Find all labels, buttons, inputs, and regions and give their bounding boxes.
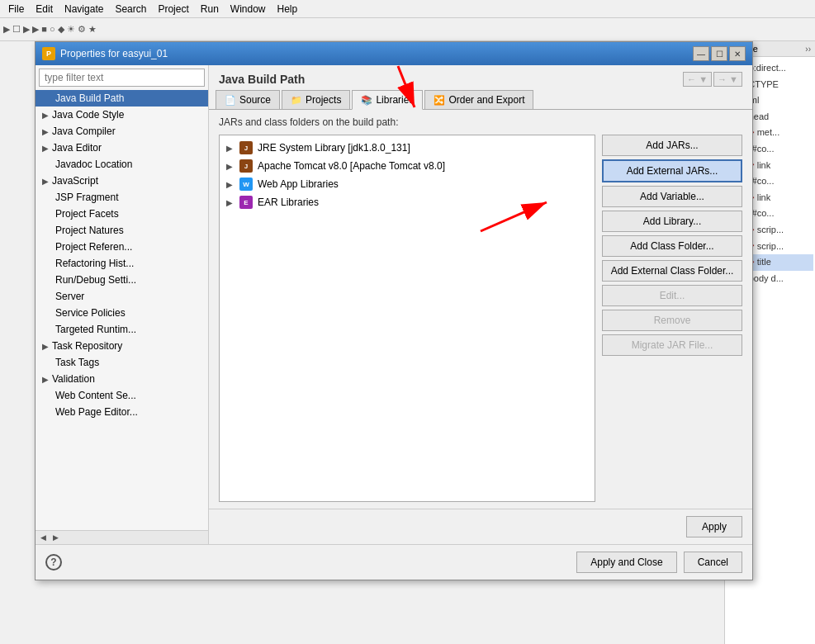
menu-run[interactable]: Run	[196, 2, 224, 17]
sidebar-item-label: Refactoring Hist...	[55, 258, 134, 269]
cancel-button[interactable]: Cancel	[684, 552, 742, 573]
sidebar-item-label: Web Page Editor...	[55, 406, 138, 418]
sidebar-item[interactable]: Javadoc Location	[36, 156, 208, 173]
sidebar-item[interactable]: Project Facets	[36, 206, 208, 222]
right-panel-controls[interactable]: ››	[805, 45, 811, 54]
sidebar-item[interactable]: Server	[36, 288, 208, 305]
maximize-button[interactable]: ☐	[711, 46, 727, 61]
menubar: File Edit Navigate Search Project Run Wi…	[0, 0, 815, 18]
menu-edit[interactable]: Edit	[31, 2, 58, 17]
library-item[interactable]: ▶JJRE System Library [jdk1.8.0_131]	[223, 139, 591, 157]
library-list: ▶JJRE System Library [jdk1.8.0_131]▶JApa…	[219, 135, 595, 502]
sidebar-item-label: Project Facets	[55, 208, 119, 220]
library-item[interactable]: ▶WWeb App Libraries	[223, 175, 591, 193]
sidebar-item[interactable]: JSP Fragment	[36, 189, 208, 206]
library-icon: J	[239, 141, 253, 154]
dialog-title-icon: P	[42, 47, 55, 60]
sidebar: Java Build Path▶Java Code Style▶Java Com…	[36, 65, 209, 544]
sidebar-item-label: Java Build Path	[55, 92, 124, 104]
expand-arrow-icon: ▶	[42, 342, 49, 351]
sidebar-item[interactable]: ▶Java Code Style	[36, 107, 208, 123]
expand-icon: ▶	[226, 144, 235, 153]
sidebar-item[interactable]: Java Build Path	[36, 90, 208, 107]
sidebar-item-label: Server	[55, 291, 84, 302]
add-class-folder-button[interactable]: Add Class Folder...	[602, 235, 742, 257]
remove-button[interactable]: Remove	[602, 310, 742, 331]
close-button[interactable]: ✕	[729, 46, 746, 61]
expand-arrow-icon: ▶	[42, 375, 49, 384]
tab-order-label: Order and Export	[448, 94, 524, 106]
sidebar-list: Java Build Path▶Java Code Style▶Java Com…	[36, 90, 208, 530]
sidebar-item[interactable]: Task Tags	[36, 354, 208, 371]
outline-item-label: #co...	[752, 174, 775, 189]
sidebar-item-label: Project Natures	[55, 225, 124, 236]
add-variable-button[interactable]: Add Variable...	[602, 186, 742, 207]
sidebar-item[interactable]: ▶Java Editor	[36, 140, 208, 156]
tabs: 📄 Source 📁 Projects 📚 Libraries 🔀 Order …	[209, 90, 752, 110]
migrate-jar-button[interactable]: Migrate JAR File...	[602, 334, 742, 356]
expand-arrow-icon: ▶	[42, 111, 49, 120]
add-jars-button[interactable]: Add JARs...	[602, 135, 742, 156]
sidebar-item[interactable]: Run/Debug Setti...	[36, 272, 208, 288]
scroll-left-btn[interactable]: ◀	[39, 533, 48, 542]
menu-file[interactable]: File	[3, 2, 29, 17]
menu-project[interactable]: Project	[153, 2, 193, 17]
sidebar-item[interactable]: Targeted Runtim...	[36, 321, 208, 338]
menu-navigate[interactable]: Navigate	[59, 2, 108, 17]
outline-item-label: #co...	[752, 206, 775, 221]
sidebar-item[interactable]: Service Policies	[36, 305, 208, 321]
dialog-footer: ? Apply and Close Cancel	[36, 544, 752, 580]
sidebar-item-label: Validation	[52, 373, 95, 385]
section-title: Java Build Path	[219, 73, 305, 86]
filter-input[interactable]	[39, 69, 205, 87]
sidebar-item-label: Java Code Style	[52, 109, 124, 121]
add-external-class-folder-button[interactable]: Add External Class Folder...	[602, 260, 742, 282]
outline-item-label: met...	[757, 125, 780, 140]
library-item[interactable]: ▶EEAR Libraries	[223, 193, 591, 211]
apply-close-button[interactable]: Apply and Close	[576, 552, 676, 573]
tab-libraries[interactable]: 📚 Libraries	[352, 90, 423, 110]
help-icon[interactable]: ?	[45, 554, 62, 571]
sidebar-item[interactable]: Refactoring Hist...	[36, 255, 208, 272]
tab-source[interactable]: 📄 Source	[216, 90, 280, 109]
tab-order[interactable]: 🔀 Order and Export	[424, 90, 533, 109]
add-library-button[interactable]: Add Library...	[602, 211, 742, 232]
apply-button[interactable]: Apply	[686, 516, 742, 537]
dialog-container: P Properties for easyui_01 — ☐ ✕ Java Bu…	[35, 41, 753, 580]
menu-help[interactable]: Help	[272, 2, 303, 17]
library-icon: W	[239, 178, 253, 191]
sidebar-item[interactable]: ▶Task Repository	[36, 338, 208, 354]
library-item[interactable]: ▶JApache Tomcat v8.0 [Apache Tomcat v8.0…	[223, 157, 591, 175]
content-description: JARs and class folders on the build path…	[219, 116, 742, 128]
tab-source-label: Source	[239, 94, 271, 106]
outline-item-label: scrip...	[757, 239, 784, 254]
minimize-button[interactable]: —	[693, 46, 709, 61]
scroll-right-btn[interactable]: ▶	[51, 533, 60, 542]
expand-icon: ▶	[226, 180, 235, 189]
order-tab-icon: 🔀	[434, 95, 445, 106]
sidebar-item[interactable]: Web Content Se...	[36, 387, 208, 404]
dialog-body: Java Build Path▶Java Code Style▶Java Com…	[36, 65, 752, 544]
menu-search[interactable]: Search	[110, 2, 151, 17]
sidebar-item-label: Task Repository	[52, 340, 122, 352]
nav-buttons: ← ▼ → ▼	[683, 72, 742, 87]
library-icon: J	[239, 159, 253, 173]
outline-item-label: link	[757, 191, 771, 206]
add-external-jars-button[interactable]: Add External JARs...	[602, 159, 742, 182]
outline-item-label: title	[757, 255, 771, 270]
menu-window[interactable]: Window	[225, 2, 271, 17]
sidebar-item[interactable]: ▶JavaScript	[36, 173, 208, 189]
sidebar-item[interactable]: Project Referen...	[36, 239, 208, 255]
sidebar-item[interactable]: ▶Validation	[36, 371, 208, 387]
tab-projects[interactable]: 📁 Projects	[282, 90, 350, 109]
projects-tab-icon: 📁	[291, 95, 302, 106]
sidebar-item[interactable]: Project Natures	[36, 222, 208, 239]
nav-back-btn[interactable]: ← ▼	[683, 72, 712, 87]
sidebar-item[interactable]: Web Page Editor...	[36, 404, 208, 420]
edit-button[interactable]: Edit...	[602, 285, 742, 306]
sidebar-item[interactable]: ▶Java Compiler	[36, 123, 208, 140]
dialog-controls[interactable]: — ☐ ✕	[693, 46, 746, 61]
dialog-titlebar: P Properties for easyui_01 — ☐ ✕	[36, 42, 752, 65]
nav-forward-btn[interactable]: → ▼	[713, 72, 742, 87]
expand-icon: ▶	[226, 198, 235, 207]
